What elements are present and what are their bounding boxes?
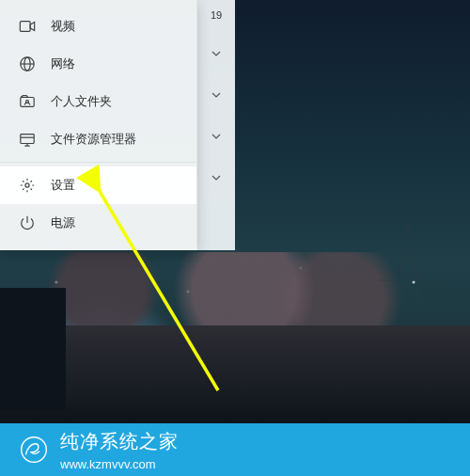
watermark-logo-icon bbox=[21, 436, 47, 463]
start-item-network[interactable]: 网络 bbox=[0, 45, 196, 83]
start-item-explorer[interactable]: 文件资源管理器 bbox=[0, 120, 196, 158]
start-item-power[interactable]: 电源 bbox=[0, 204, 196, 242]
svg-point-19 bbox=[22, 437, 47, 463]
chevron-down-icon[interactable] bbox=[212, 87, 221, 103]
start-item-label: 设置 bbox=[51, 177, 75, 194]
chevron-down-icon[interactable] bbox=[212, 169, 221, 186]
power-icon bbox=[19, 214, 36, 231]
start-item-userfiles[interactable]: 个人文件夹 bbox=[0, 83, 196, 120]
start-item-label: 网络 bbox=[51, 56, 75, 72]
video-icon bbox=[19, 18, 36, 35]
gear-icon bbox=[19, 177, 36, 194]
start-separator bbox=[0, 162, 196, 163]
watermark-url: www.kzmvvv.com bbox=[60, 457, 179, 471]
start-item-label: 文件资源管理器 bbox=[51, 131, 136, 148]
start-item-label: 视频 bbox=[51, 18, 75, 35]
network-icon bbox=[19, 56, 36, 72]
svg-rect-11 bbox=[20, 22, 30, 32]
watermark-site-name: 纯净系统之家 bbox=[60, 429, 179, 454]
svg-rect-14 bbox=[21, 98, 34, 107]
start-left-rail: 视频 网络 个人文件夹 文件资源管理器 设置 bbox=[0, 0, 197, 250]
start-item-video[interactable]: 视频 bbox=[0, 8, 196, 45]
start-apps-column[interactable]: 19 bbox=[197, 0, 235, 250]
chevron-down-icon[interactable] bbox=[212, 45, 221, 62]
start-item-label: 电源 bbox=[51, 214, 75, 231]
watermark-bar: 纯净系统之家 www.kzmvvv.com bbox=[0, 423, 470, 476]
start-item-label: 个人文件夹 bbox=[51, 93, 112, 110]
apps-group-header-fragment: 19 bbox=[211, 9, 222, 21]
wallpaper-house bbox=[0, 288, 66, 410]
svg-line-6 bbox=[395, 250, 419, 274]
svg-rect-16 bbox=[21, 135, 34, 144]
user-folder-icon bbox=[19, 93, 36, 110]
wallpaper-pylon bbox=[374, 222, 442, 325]
svg-line-5 bbox=[397, 250, 421, 274]
watermark-text: 纯净系统之家 www.kzmvvv.com bbox=[60, 429, 179, 471]
chevron-down-icon[interactable] bbox=[212, 128, 221, 145]
wallpaper-ground bbox=[0, 325, 470, 429]
explorer-icon bbox=[19, 131, 36, 148]
svg-point-17 bbox=[25, 183, 29, 187]
start-item-settings[interactable]: 设置 bbox=[0, 167, 196, 204]
screenshot-root: 19 视频 网络 个人文件夹 bbox=[0, 0, 470, 476]
